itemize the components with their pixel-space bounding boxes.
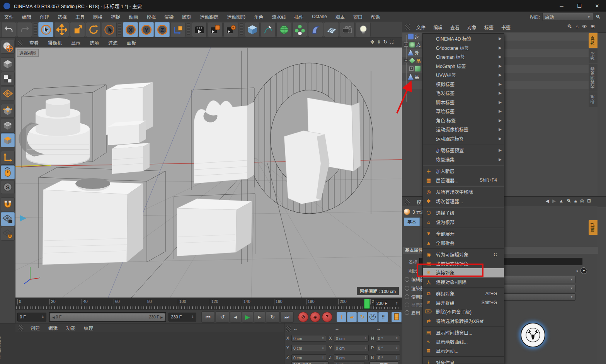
panel-side-tab[interactable]: 对象 <box>589 33 597 48</box>
object-manager-menu-item[interactable]: 编辑 <box>429 24 446 31</box>
last-tool-icon[interactable] <box>102 22 117 37</box>
search-icon[interactable]: 🔍︎ <box>567 24 572 29</box>
edges-mode-icon[interactable] <box>1 119 15 133</box>
maximize-button[interactable]: ☐ <box>570 0 588 12</box>
object-manager-menu-item[interactable]: 对象 <box>463 24 480 31</box>
context-menu-item[interactable]: ∿ 显示函数曲线... <box>423 337 504 347</box>
go-to-end-icon[interactable]: ⏭︎ <box>280 311 294 323</box>
home-icon[interactable]: ⌂ <box>575 24 579 29</box>
menubar-item[interactable]: 捕捉 <box>107 14 124 20</box>
context-menu-item[interactable]: 毛发标签 ▶ <box>423 88 504 98</box>
context-menu-item[interactable]: 运动跟踪标签 ▶ <box>423 134 504 143</box>
menubar-item[interactable]: 雕刻 <box>178 14 196 20</box>
menubar-item[interactable]: 脚本 <box>331 14 349 20</box>
history-back-icon[interactable]: ◀ <box>546 198 549 204</box>
context-menu-item[interactable]: ◉ 转为可编辑对象 C <box>423 250 504 259</box>
context-menu-item[interactable]: CINEMA 4D 标签 ▶ <box>423 34 504 43</box>
lock-y-icon[interactable]: Y <box>139 22 154 37</box>
subdivision-surface-icon[interactable] <box>276 22 291 37</box>
context-menu-item[interactable]: C4doctane 标签 ▶ <box>423 43 504 53</box>
render-view-icon[interactable] <box>192 22 207 37</box>
workplane-mode-icon[interactable] <box>1 87 15 100</box>
object-manager-menu-item[interactable]: 标签 <box>480 24 497 31</box>
eye-icon[interactable]: 👁︎ <box>582 24 587 29</box>
play-backwards-icon[interactable]: ↺ <box>216 311 229 323</box>
context-menu-item[interactable]: ◎ 从所有场次中移除 <box>423 187 504 197</box>
context-menu-item[interactable]: ＋ 加入新层 <box>423 167 504 176</box>
tweak-mode-icon[interactable] <box>1 165 15 179</box>
history-forward-icon[interactable]: ▶ <box>552 198 556 204</box>
panel-grip[interactable] <box>18 40 22 46</box>
previous-frame-icon[interactable]: ◂ <box>230 311 241 323</box>
context-menu-item[interactable]: 恢复选集 ▶ <box>423 155 504 164</box>
panel-grip[interactable] <box>405 24 410 30</box>
texture-mode-icon[interactable] <box>1 72 15 86</box>
context-menu-item[interactable]: 加载标签预置 ▶ <box>423 146 504 155</box>
viewport-menu-item[interactable]: 查看 <box>25 39 43 46</box>
viewport-menu-item[interactable]: 摄像机 <box>43 39 66 46</box>
anim-dot-icon[interactable] <box>405 310 409 315</box>
parent-up-icon[interactable]: ▲ <box>559 198 563 204</box>
panel-grip[interactable] <box>405 199 410 205</box>
end-frame-spinner[interactable]: 230 F⇕ <box>374 299 400 307</box>
lock-icon[interactable]: 🔒︎ <box>574 198 577 204</box>
redo-icon[interactable] <box>17 22 32 37</box>
context-menu-item[interactable]: ≣ 显示运动... <box>423 346 504 355</box>
menubar-item[interactable]: 文件 <box>0 14 18 20</box>
context-menu-item[interactable]: 角色 标签 ▶ <box>423 116 504 125</box>
model-mode-icon[interactable] <box>1 57 15 71</box>
loop-icon[interactable]: ↻ <box>266 311 279 323</box>
context-menu-item[interactable]: ⌦ 删除(不包含子级) <box>423 307 504 316</box>
key-rotation-icon[interactable]: ↻ <box>357 312 367 322</box>
attribute-tab[interactable]: 基本 <box>404 218 420 226</box>
bookmark-icon[interactable]: ◎ <box>580 198 584 204</box>
panel-side-tab[interactable]: 内容浏览器 <box>589 64 597 92</box>
context-menu-item[interactable]: ▦ 层管理器... Shift+F4 <box>423 176 504 185</box>
material-menu-item[interactable]: 创建 <box>26 325 44 331</box>
panel-side-tab[interactable]: 构造 <box>589 92 597 107</box>
range-end-spinner[interactable]: 230 F⇕ <box>169 313 196 321</box>
interface-dropdown[interactable]: 启动▼ <box>542 13 593 21</box>
next-frame-icon[interactable]: ▸ <box>254 311 265 323</box>
coord-system-dropdown[interactable]: 对象(相对)▼ <box>291 361 329 364</box>
menubar-item[interactable]: 流水线 <box>267 14 290 20</box>
context-menu-item[interactable]: 脚本标签 ▶ <box>423 98 504 107</box>
go-to-start-icon[interactable]: ⏮︎ <box>201 311 215 323</box>
object-manager-menu-item[interactable]: 书签 <box>497 24 514 31</box>
search-icon[interactable]: 🔍︎ <box>567 198 571 204</box>
camera-icon[interactable] <box>340 22 355 37</box>
key-position-icon[interactable]: ✛ <box>337 312 346 322</box>
key-parameter-icon[interactable]: P <box>368 312 378 322</box>
menubar-item[interactable]: 帮助 <box>367 14 385 20</box>
material-manager-area[interactable] <box>15 332 284 364</box>
key-pla-icon[interactable]: ⠿ <box>378 312 388 322</box>
menubar-item[interactable]: 运动跟踪 <box>196 14 223 20</box>
menubar-item[interactable]: 选择 <box>53 14 71 20</box>
play-button[interactable]: ▶ <box>242 311 253 323</box>
context-menu-item[interactable]: 草绘标签 ▶ <box>423 107 504 116</box>
menubar-item[interactable]: 编辑 <box>18 14 36 20</box>
context-menu-item[interactable]: 人 连接对象+删除 <box>423 277 504 287</box>
context-menu-item[interactable]: ▤ 显示时间线窗口... <box>423 328 504 337</box>
context-menu-item[interactable]: ⬡ 选择子级 <box>423 208 504 218</box>
lock-z-icon[interactable]: Z <box>155 22 170 37</box>
panel-box-icon[interactable]: ⊞ <box>591 24 595 29</box>
context-menu-item[interactable]: ⌂ 设为根部 <box>423 218 504 227</box>
menubar-item[interactable]: 运动图形 <box>223 14 250 20</box>
context-menu-item[interactable]: UVW标签 ▶ <box>423 70 504 80</box>
scale-icon[interactable] <box>70 22 85 37</box>
menubar-item[interactable]: 窗口 <box>349 14 367 20</box>
context-menu-item[interactable]: ⧈ 展开群组 Shift+G <box>423 298 504 308</box>
record-keyframe-icon[interactable]: ⊘ <box>298 312 308 322</box>
viewport-menu-item[interactable]: 面板 <box>122 39 141 46</box>
render-picture-viewer-icon[interactable] <box>208 22 223 37</box>
coord-system-icon[interactable] <box>170 22 186 37</box>
context-menu-item[interactable]: ⧉ 群组对象 Alt+G <box>423 289 504 298</box>
keyframe-help-icon[interactable]: ? <box>322 312 332 322</box>
zoom-view-icon[interactable]: ⇳ <box>377 39 381 45</box>
menubar-item[interactable]: 网格 <box>89 14 107 20</box>
object-manager-menu-item[interactable]: 文件 <box>412 24 429 31</box>
timeline-ruler[interactable]: 020406080100120140160180200220 230 F⇕ <box>15 298 402 310</box>
viewport-menu-item[interactable]: 过滤 <box>104 39 122 46</box>
material-menu-item[interactable]: 纹理 <box>80 325 97 331</box>
